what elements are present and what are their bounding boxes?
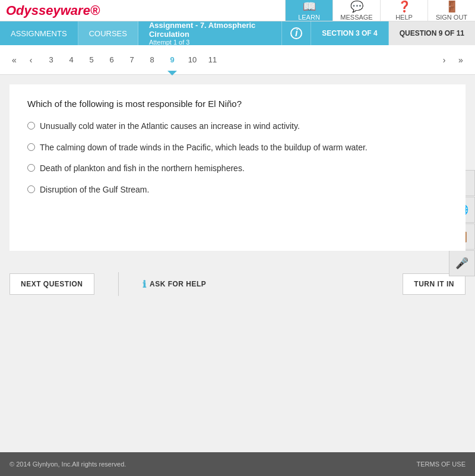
nav-first-button[interactable]: « <box>6 52 23 68</box>
signout-icon: 🚪 <box>445 0 458 13</box>
answer-option-c[interactable]: Death of plankton and fish in the northe… <box>27 163 448 175</box>
assignments-tab[interactable]: ASSIGNMENTS <box>0 21 78 45</box>
radio-b[interactable] <box>27 143 35 151</box>
turn-it-in-button[interactable]: TURN IT IN <box>403 273 466 295</box>
message-icon: 💬 <box>350 0 363 13</box>
q-num-6[interactable]: 6 <box>102 51 121 70</box>
nav-help-button[interactable]: ❓ HELP <box>380 0 428 21</box>
action-bar: NEXT QUESTION ℹ ASK FOR HELP TURN IT IN <box>0 260 475 308</box>
answer-text-c: Death of plankton and fish in the northe… <box>40 163 245 175</box>
q-num-4[interactable]: 4 <box>62 51 81 70</box>
nav-learn-button[interactable]: 📖 LEARN <box>285 0 332 21</box>
q-num-9[interactable]: 9 <box>163 51 182 70</box>
section-text: SECTION 3 OF 4 <box>322 29 377 37</box>
nav-last-button[interactable]: » <box>452 52 469 68</box>
info-icon: i <box>290 27 302 39</box>
q-num-11[interactable]: 11 <box>203 51 222 70</box>
answer-text-a: Unusually cold water in the Atlantic cau… <box>40 121 300 133</box>
ask-help-button[interactable]: ℹ ASK FOR HELP <box>142 279 207 290</box>
question-prompt: Which of the following is most responsib… <box>27 99 448 109</box>
answer-text-d: Disruption of the Gulf Stream. <box>40 184 149 196</box>
answer-option-b[interactable]: The calming down of trade winds in the P… <box>27 142 448 154</box>
nav-message-label: MESSAGE <box>340 14 372 21</box>
nav-signout-button[interactable]: 🚪 SIGN OUT <box>428 0 475 21</box>
assignments-label: ASSIGNMENTS <box>11 29 67 38</box>
question-panel: Which of the following is most responsib… <box>10 84 466 251</box>
ask-help-icon: ℹ <box>142 279 147 290</box>
audio-button[interactable]: 🎤 <box>449 250 475 276</box>
logo: Odysseyware® <box>0 0 107 21</box>
nav-prev-button[interactable]: ‹ <box>23 52 39 68</box>
nav-learn-label: LEARN <box>298 14 320 21</box>
nav-next-arrow-button[interactable]: › <box>436 52 452 68</box>
nav-help-label: HELP <box>395 14 413 21</box>
logo-text: Odysseyware® <box>6 3 100 18</box>
answer-option-a[interactable]: Unusually cold water in the Atlantic cau… <box>27 121 448 133</box>
q-num-7[interactable]: 7 <box>122 51 141 70</box>
question-nav-bar: « ‹ 34567891011 › » <box>0 45 475 75</box>
top-navigation: Odysseyware® 📖 LEARN 💬 MESSAGE ❓ HELP 🚪 … <box>0 0 475 21</box>
content-area: 🖨 🌐 📋 🎤 Which of the following is most r… <box>0 75 475 452</box>
assignment-info: Assignment - 7. Atmospheric Circulation … <box>138 21 282 45</box>
mic-icon: 🎤 <box>455 257 468 270</box>
courses-label: COURSES <box>89 29 127 38</box>
assignment-title: Assignment - 7. Atmospheric Circulation <box>149 21 271 39</box>
courses-tab[interactable]: COURSES <box>78 21 138 45</box>
q-num-5[interactable]: 5 <box>82 51 101 70</box>
question-text: QUESTION 9 OF 11 <box>400 29 464 37</box>
radio-c[interactable] <box>27 164 35 172</box>
section-label: SECTION 3 OF 4 <box>311 21 388 45</box>
q-num-8[interactable]: 8 <box>142 51 162 70</box>
radio-d[interactable] <box>27 185 35 193</box>
nav-signout-label: SIGN OUT <box>436 14 467 21</box>
copyright-text: © 2014 Glynlyon, Inc.All rights reserved… <box>10 461 126 468</box>
ask-help-label: ASK FOR HELP <box>150 280 206 288</box>
next-question-button[interactable]: NEXT QUESTION <box>10 273 94 295</box>
nav-message-button[interactable]: 💬 MESSAGE <box>332 0 380 21</box>
radio-a[interactable] <box>27 122 35 130</box>
question-label: QUESTION 9 OF 11 <box>389 21 475 45</box>
assignment-label: Assignment <box>149 21 193 30</box>
terms-of-use-link[interactable]: TERMS OF USE <box>416 461 466 468</box>
q-num-3[interactable]: 3 <box>42 51 61 70</box>
action-divider <box>118 272 119 296</box>
breadcrumb-bar: ASSIGNMENTS COURSES Assignment - 7. Atmo… <box>0 21 475 45</box>
footer: © 2014 Glynlyon, Inc.All rights reserved… <box>0 452 475 476</box>
info-button[interactable]: i <box>282 21 311 45</box>
learn-icon: 📖 <box>303 0 316 13</box>
answer-option-d[interactable]: Disruption of the Gulf Stream. <box>27 184 448 196</box>
q-num-10[interactable]: 10 <box>183 51 202 70</box>
answer-text-b: The calming down of trade winds in the P… <box>40 142 368 154</box>
help-icon: ❓ <box>398 0 411 13</box>
question-numbers: 34567891011 <box>39 51 436 70</box>
